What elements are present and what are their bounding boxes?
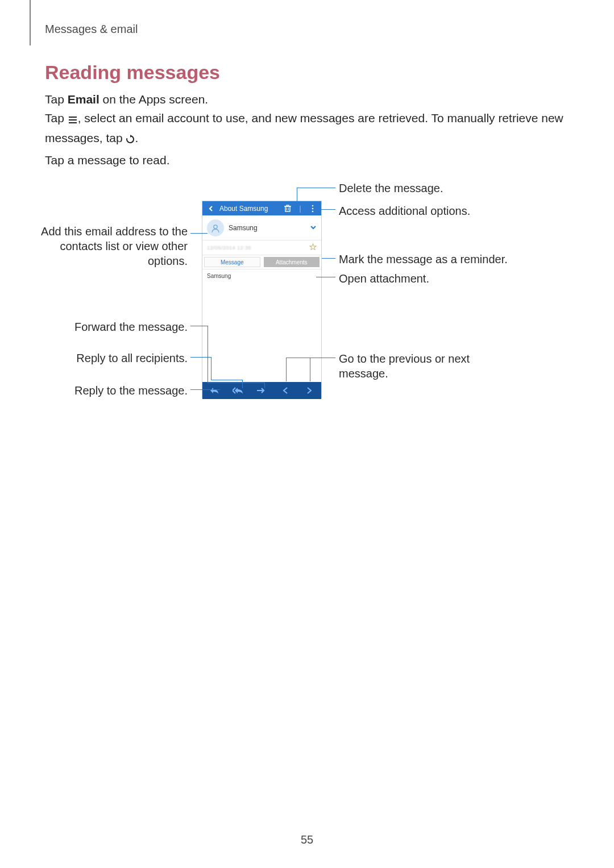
lead-line: [286, 358, 335, 358]
callout-more: Access additional options.: [339, 203, 470, 218]
lead-line: [190, 357, 211, 358]
callout-delete: Delete the message.: [339, 181, 443, 196]
running-head: Messages & email: [45, 23, 138, 36]
paragraph-3: Tap a message to read.: [45, 153, 169, 167]
tab-message[interactable]: Message: [204, 257, 260, 267]
chevron-down-icon[interactable]: [310, 223, 317, 233]
svg-marker-4: [130, 135, 132, 138]
topbar-title: About Samsung: [218, 205, 280, 213]
svg-point-13: [214, 225, 217, 228]
lead-line: [208, 383, 264, 383]
callout-forward: Forward the message.: [34, 319, 188, 334]
callout-contact: Add this email address to the contacts l…: [34, 224, 188, 268]
lead-line: [321, 209, 335, 210]
star-icon[interactable]: [309, 243, 317, 252]
lead-line: [316, 277, 335, 277]
refresh-icon: [126, 131, 135, 149]
lead-line: [211, 380, 242, 380]
p2-post: .: [135, 131, 138, 144]
svg-marker-14: [310, 244, 316, 250]
margin-rule: [30, 0, 31, 45]
reply-all-icon[interactable]: [231, 387, 245, 394]
more-icon[interactable]: [308, 203, 318, 214]
p1-bold: Email: [68, 93, 99, 106]
reply-icon[interactable]: [208, 387, 221, 394]
lead-line: [322, 258, 335, 259]
svg-point-12: [312, 210, 314, 212]
lead-line: [286, 358, 287, 381]
callout-star: Mark the message as a reminder.: [339, 252, 508, 267]
lead-line: [190, 233, 208, 234]
lead-line: [264, 383, 265, 388]
page-number: 55: [0, 833, 614, 846]
lead-line: [190, 326, 208, 326]
lead-line: [211, 357, 211, 380]
lead-line: [208, 326, 208, 383]
app-topbar: About Samsung |: [202, 201, 321, 215]
email-app-mock: About Samsung | Samsung 12/05/2014 12:35: [202, 201, 322, 398]
callout-replyall: Reply to all recipients.: [34, 351, 188, 366]
avatar[interactable]: [207, 219, 224, 236]
lead-line: [310, 358, 310, 381]
divider-icon: |: [295, 203, 305, 214]
paragraph-1: Tap Email on the Apps screen.: [45, 91, 208, 108]
p1-post: on the Apps screen.: [99, 93, 208, 106]
drawer-icon: [68, 111, 78, 129]
callout-attachment: Open attachment.: [339, 271, 429, 286]
svg-point-10: [312, 205, 314, 206]
message-body: Samsung: [202, 269, 321, 382]
lead-line: [297, 188, 297, 201]
svg-rect-7: [287, 205, 289, 206]
forward-icon[interactable]: [255, 387, 268, 394]
bottombar: [202, 382, 321, 399]
prev-icon[interactable]: [279, 387, 292, 394]
lead-line: [297, 188, 335, 188]
svg-rect-5: [285, 206, 290, 211]
paragraph-2: Tap , select an email account to use, an…: [45, 109, 569, 149]
tabs-row: Message Attachments: [202, 255, 321, 269]
timestamp: 12/05/2014 12:35: [207, 245, 251, 251]
p1-pre: Tap: [45, 93, 68, 106]
section-heading: Reading messages: [45, 61, 220, 84]
meta-row: 12/05/2014 12:35: [202, 240, 321, 255]
next-icon[interactable]: [302, 387, 316, 394]
back-icon[interactable]: [206, 203, 216, 214]
sender-row[interactable]: Samsung: [202, 215, 321, 240]
callout-prevnext: Go to the previous or next message.: [339, 351, 487, 381]
trash-icon[interactable]: [283, 203, 293, 214]
sender-name: Samsung: [229, 224, 305, 232]
p2-mid: , select an email account to use, and ne…: [45, 111, 563, 144]
svg-point-11: [312, 207, 314, 209]
lead-line: [242, 380, 243, 388]
tab-attachments[interactable]: Attachments: [264, 257, 320, 267]
p2-pre: Tap: [45, 111, 68, 124]
callout-reply: Reply to the message.: [34, 383, 188, 398]
lead-line: [190, 389, 220, 390]
